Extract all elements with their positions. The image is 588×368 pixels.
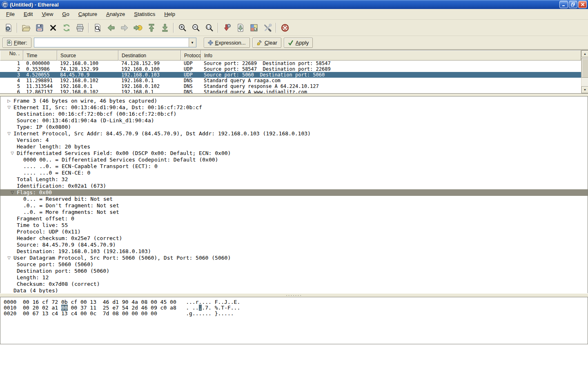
expander-expanded-icon[interactable]: ▽ bbox=[4, 130, 13, 137]
go-to-top-icon[interactable] bbox=[145, 21, 158, 34]
zoom-in-icon[interactable] bbox=[176, 21, 189, 34]
go-to-packet-icon[interactable] bbox=[131, 21, 145, 34]
filter-input[interactable] bbox=[34, 38, 189, 47]
detail-line[interactable]: Destination: 192.168.0.103 (192.168.0.10… bbox=[0, 248, 588, 255]
detail-line[interactable]: ▽Internet Protocol, Src Addr: 84.45.70.9… bbox=[0, 130, 588, 137]
expander-collapsed-icon[interactable]: ▷ bbox=[4, 98, 13, 104]
detail-text: Checksum: 0x7d08 (correct) bbox=[17, 281, 100, 287]
detail-line[interactable]: .... ...0 = ECN-CE: 0 bbox=[0, 170, 588, 176]
detail-line[interactable]: 0000 00.. = Differentiated Services Code… bbox=[0, 157, 588, 163]
expander-expanded-icon[interactable]: ▽ bbox=[8, 189, 17, 196]
detail-text: Ethernet II, Src: 00:13:46:d1:90:4a, Dst… bbox=[13, 104, 202, 111]
zoom-normal-icon[interactable]: 1:1 bbox=[203, 21, 216, 34]
menu-view[interactable]: View bbox=[37, 10, 58, 18]
coloring-rules-icon[interactable] bbox=[247, 21, 261, 34]
packet-row[interactable]: 34.52005584.45.70.9192.168.0.103UDPSourc… bbox=[0, 72, 581, 78]
detail-line[interactable]: ▽Ethernet II, Src: 00:13:46:d1:90:4a, Ds… bbox=[0, 104, 588, 111]
menu-analyze[interactable]: Analyze bbox=[102, 10, 129, 18]
detail-line[interactable]: Length: 12 bbox=[0, 274, 588, 281]
packet-row[interactable]: 612.867137192.168.0.102192.168.0.1DNSSta… bbox=[0, 89, 581, 93]
find-packet-icon[interactable] bbox=[91, 21, 104, 34]
detail-line[interactable]: Checksum: 0x7d08 (correct) bbox=[0, 281, 588, 287]
capture-filters-icon[interactable] bbox=[220, 21, 234, 34]
detail-line[interactable]: ▽Flags: 0x00 bbox=[0, 189, 588, 196]
hex-row[interactable]: 0000 00 16 cf 72 0b cf 00 13 46 d1 90 4a… bbox=[4, 299, 588, 305]
expression-button[interactable]: Expression... bbox=[204, 38, 250, 48]
detail-line[interactable]: Header length: 20 bytes bbox=[0, 144, 588, 150]
detail-line[interactable]: Header checksum: 0x25e7 (correct) bbox=[0, 235, 588, 242]
menu-statistics[interactable]: Statistics bbox=[129, 10, 160, 18]
packet-row[interactable]: 10.000000192.168.0.10074.128.152.99UDPSo… bbox=[0, 61, 581, 66]
preferences-icon[interactable] bbox=[261, 21, 274, 34]
reload-capture-icon[interactable] bbox=[60, 21, 73, 34]
menu-help[interactable]: Help bbox=[160, 10, 180, 18]
detail-line[interactable]: ▷Frame 3 (46 bytes on wire, 46 bytes cap… bbox=[0, 98, 588, 104]
capture-interfaces-icon[interactable] bbox=[2, 21, 15, 34]
detail-line[interactable]: .... ..0. = ECN-Capable Transport (ECT):… bbox=[0, 163, 588, 170]
details-hex-splitter[interactable]: ······· bbox=[0, 293, 588, 297]
expander-expanded-icon[interactable]: ▽ bbox=[4, 255, 13, 261]
menu-capture[interactable]: Capture bbox=[74, 10, 102, 18]
titlebar[interactable]: (Untitled) - Ethereal bbox=[0, 0, 588, 9]
go-to-bottom-icon[interactable] bbox=[158, 21, 172, 34]
detail-line[interactable]: Source port: 5060 (5060) bbox=[0, 261, 588, 268]
ethereal-window: (Untitled) - Ethereal FileEditViewGoCapt… bbox=[0, 0, 588, 368]
menu-go[interactable]: Go bbox=[58, 10, 74, 18]
expander-expanded-icon[interactable]: ▽ bbox=[4, 104, 13, 111]
save-capture-icon[interactable] bbox=[33, 21, 46, 34]
time-cell: 12.867137 bbox=[23, 89, 57, 93]
column-header-no[interactable]: No. . bbox=[0, 50, 23, 61]
packet-list-scrollbar[interactable]: ▲ ▼ bbox=[581, 50, 588, 93]
expander-expanded-icon[interactable]: ▽ bbox=[8, 150, 17, 157]
column-header-time[interactable]: Time bbox=[23, 50, 57, 61]
menu-edit[interactable]: Edit bbox=[19, 10, 37, 18]
detail-line[interactable]: 0... = Reserved bit: Not set bbox=[0, 196, 588, 202]
detail-line[interactable]: Identification: 0x02a1 (673) bbox=[0, 183, 588, 189]
filter-combobox[interactable]: ▼ bbox=[34, 38, 196, 47]
column-header-destination[interactable]: Destination bbox=[118, 50, 181, 61]
hex-row[interactable]: 0020 00 67 13 c4 13 c4 00 0c 7d 08 00 00… bbox=[4, 311, 588, 316]
detail-line[interactable]: Destination: 00:16:cf:72:0b:cf (00:16:cf… bbox=[0, 111, 588, 117]
detail-line[interactable]: Destination port: 5060 (5060) bbox=[0, 268, 588, 274]
column-header-info[interactable]: Info bbox=[201, 50, 581, 61]
detail-line[interactable]: ▽User Datagram Protocol, Src Port: 5060 … bbox=[0, 255, 588, 261]
menu-file[interactable]: File bbox=[2, 10, 19, 18]
packet-row[interactable]: 20.35398674.128.152.99192.168.0.100UDPSo… bbox=[0, 66, 581, 72]
help-icon[interactable] bbox=[278, 21, 292, 34]
zoom-out-icon[interactable] bbox=[189, 21, 203, 34]
minimize-button[interactable] bbox=[559, 1, 568, 8]
go-forward-icon[interactable] bbox=[118, 21, 131, 34]
hex-row[interactable]: 0010 00 20 02 a1 00 00 37 11 25 e7 54 2d… bbox=[4, 305, 588, 311]
splitter-grip-icon: ······· bbox=[286, 294, 302, 296]
apply-button[interactable]: Apply bbox=[284, 38, 313, 48]
detail-line[interactable]: Fragment offset: 0 bbox=[0, 215, 588, 222]
detail-line[interactable]: Protocol: UDP (0x11) bbox=[0, 229, 588, 235]
clear-button[interactable]: Clear bbox=[252, 38, 281, 48]
go-back-icon[interactable] bbox=[104, 21, 118, 34]
close-button[interactable] bbox=[578, 1, 587, 8]
detail-line[interactable]: Version: 4 bbox=[0, 137, 588, 144]
detail-line[interactable]: ..0. = More fragments: Not set bbox=[0, 209, 588, 215]
close-capture-icon[interactable] bbox=[46, 21, 60, 34]
display-filters-icon[interactable] bbox=[234, 21, 247, 34]
detail-line[interactable]: Source: 84.45.70.9 (84.45.70.9) bbox=[0, 242, 588, 248]
detail-line[interactable]: Data (4 bytes) bbox=[0, 287, 588, 293]
detail-line[interactable]: Total Length: 32 bbox=[0, 176, 588, 183]
scroll-down-icon[interactable]: ▼ bbox=[581, 86, 588, 93]
detail-line[interactable]: Type: IP (0x0800) bbox=[0, 124, 588, 130]
column-header-protocol[interactable]: Protocol bbox=[181, 50, 201, 61]
detail-line[interactable]: .0.. = Don't fragment: Not set bbox=[0, 202, 588, 209]
column-header-source[interactable]: Source bbox=[57, 50, 118, 61]
detail-line[interactable]: ▽Differentiated Services Field: 0x00 (DS… bbox=[0, 150, 588, 157]
scroll-up-icon[interactable]: ▲ bbox=[581, 50, 588, 57]
packet-row[interactable]: 511.313544192.168.0.1192.168.0.102DNSSta… bbox=[0, 83, 581, 89]
restore-button[interactable] bbox=[569, 1, 577, 8]
detail-line[interactable]: Time to live: 55 bbox=[0, 222, 588, 229]
filter-dropdown-button[interactable]: ▼ bbox=[189, 38, 196, 47]
open-capture-icon[interactable] bbox=[19, 21, 33, 34]
print-icon[interactable] bbox=[73, 21, 87, 34]
scrollbar-thumb[interactable] bbox=[581, 58, 588, 78]
packet-row[interactable]: 411.298891192.168.0.102192.168.0.1DNSSta… bbox=[0, 78, 581, 83]
filter-button[interactable]: Filter: bbox=[2, 38, 31, 48]
detail-line[interactable]: Source: 00:13:46:d1:90:4a (D-Link_d1:90:… bbox=[0, 117, 588, 124]
